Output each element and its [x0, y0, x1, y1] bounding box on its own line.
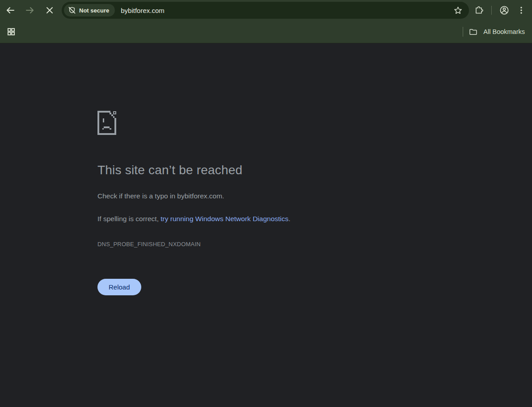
error-line-2-suffix: . [288, 215, 290, 222]
puzzle-piece-icon [474, 5, 484, 15]
kebab-menu-icon [517, 6, 526, 15]
account-circle-icon [499, 5, 510, 16]
all-bookmarks-label: All Bookmarks [483, 28, 525, 35]
apps-grid-icon [7, 27, 16, 36]
error-line-2-prefix: If spelling is correct, [97, 215, 160, 222]
network-diagnostics-link[interactable]: try running Windows Network Diagnostics [160, 215, 288, 222]
shield-slash-icon [68, 6, 76, 14]
profile-button[interactable] [499, 5, 510, 16]
error-line-2: If spelling is correct, try running Wind… [97, 214, 435, 224]
address-bar[interactable]: Not secure bybitforex.com [62, 2, 469, 19]
reload-button[interactable]: Reload [97, 279, 141, 295]
bookmark-star-button[interactable] [453, 6, 463, 15]
toolbar-divider [491, 6, 492, 15]
browser-toolbar: Not secure bybitforex.com [0, 0, 532, 21]
error-line-1: Check if there is a typo in bybitforex.c… [97, 191, 435, 201]
back-arrow-icon [5, 5, 16, 16]
sad-file-icon [97, 111, 435, 135]
bookmarks-divider [463, 27, 463, 37]
error-title: This site can’t be reached [97, 163, 435, 177]
folder-icon [469, 27, 478, 37]
apps-shortcut-button[interactable] [4, 24, 19, 39]
forward-button[interactable] [22, 3, 38, 18]
toolbar-right-cluster [474, 5, 528, 16]
all-bookmarks-button[interactable]: All Bookmarks [469, 27, 525, 37]
extensions-button[interactable] [474, 5, 484, 15]
back-button[interactable] [3, 3, 18, 18]
bookmarks-bar: All Bookmarks [0, 21, 532, 43]
forward-arrow-icon [25, 5, 35, 16]
close-x-icon [45, 6, 54, 15]
error-code: DNS_PROBE_FINISHED_NXDOMAIN [97, 241, 435, 248]
security-chip-label: Not secure [79, 7, 109, 14]
menu-button[interactable] [517, 6, 526, 15]
security-chip[interactable]: Not secure [64, 4, 115, 17]
error-page: This site can’t be reached Check if ther… [97, 43, 435, 295]
star-icon [453, 6, 463, 15]
stop-loading-button[interactable] [42, 3, 57, 18]
url-text[interactable]: bybitforex.com [121, 7, 453, 14]
